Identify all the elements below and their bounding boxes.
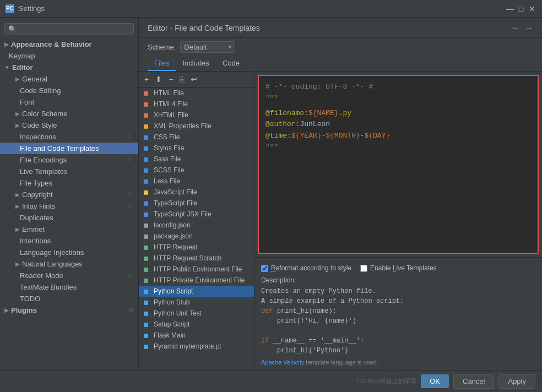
file-item-package-json[interactable]: ◼ package.json [139, 231, 254, 242]
file-item-python-unit-test[interactable]: ◼ Python Unit Test [139, 308, 254, 319]
file-item-stylus[interactable]: ◼ Stylus File [139, 143, 254, 154]
sidebar-item-editor[interactable]: ▼ Editor [0, 62, 138, 73]
sidebar-item-appearance[interactable]: ▶ Appearance & Behavior [0, 39, 138, 50]
copy-template-button[interactable]: ⬆ [153, 74, 164, 85]
sidebar-item-general[interactable]: ▶ General [0, 73, 138, 85]
desc-code-2: print(f'Hi, {name}') [261, 316, 535, 326]
sidebar-item-file-and-code-templates[interactable]: File and Code Templates [0, 143, 138, 154]
file-item-label: HTTP Public Environment File [154, 265, 242, 273]
scheme-select-wrapper: Default Project ▼ [180, 41, 235, 53]
close-button[interactable]: ✕ [528, 4, 536, 13]
sidebar-label-copyright: Copyright [22, 190, 53, 199]
back-arrow[interactable]: ← [511, 23, 520, 33]
sidebar-item-code-editing[interactable]: Code Editing [0, 85, 138, 96]
file-item-label: JavaScript File [154, 188, 197, 196]
settings-icon-reader: ⚙ [127, 273, 132, 279]
file-item-xml-properties[interactable]: ◼ XML Properties File [139, 121, 254, 132]
sidebar-item-file-encodings[interactable]: File Encodings ⚙ [0, 154, 138, 166]
sidebar-item-plugins[interactable]: ▶ Plugins ⚙ [0, 304, 138, 316]
file-item-typescript[interactable]: ◼ TypeScript File [139, 198, 254, 209]
sidebar-item-inlay-hints[interactable]: ▶ Inlay Hints ⚙ [0, 200, 138, 212]
apply-button[interactable]: Apply [498, 374, 535, 389]
code-line-6: """ [265, 142, 531, 154]
file-item-setup-script[interactable]: ◼ Setup Script [139, 319, 254, 330]
http-private-file-icon: ◼ [143, 276, 151, 284]
tab-code[interactable]: Code [216, 56, 246, 71]
duplicate-template-button[interactable]: ⎘ [177, 74, 186, 85]
sidebar-item-color-scheme[interactable]: ▶ Color Scheme [0, 108, 138, 119]
file-item-html4[interactable]: ◼ HTML4 File [139, 99, 254, 110]
sidebar-item-intentions[interactable]: Intentions [0, 235, 138, 247]
desc-code-1: def print_hi(name): [261, 306, 535, 316]
search-box[interactable]: 🔍 [4, 23, 134, 35]
file-item-scss[interactable]: ◼ SCSS File [139, 165, 254, 176]
ok-button[interactable]: OK [421, 374, 449, 388]
sidebar-item-file-types[interactable]: File Types [0, 177, 138, 189]
file-item-xhtml[interactable]: ◼ XHTML File [139, 110, 254, 121]
reformat-checkbox[interactable] [261, 265, 268, 272]
sidebar-item-todo[interactable]: TODO [0, 293, 138, 304]
sidebar-item-natural-languages[interactable]: ▶ Natural Languages [0, 258, 138, 270]
settings-icon-copyright: ⚙ [127, 192, 132, 198]
file-item-pyramid[interactable]: ◼ Pyramid mytemplate.pt [139, 341, 254, 352]
file-item-label: package.json [154, 232, 193, 240]
sidebar-label-color-scheme: Color Scheme [22, 110, 67, 118]
forward-arrow[interactable]: → [524, 23, 533, 33]
sidebar-item-emmet[interactable]: ▶ Emmet [0, 224, 138, 235]
sidebar-item-inspections[interactable]: Inspections ⚙ [0, 131, 138, 143]
live-templates-checkbox-label[interactable]: Enable Live Templates [360, 264, 437, 272]
chevron-right-icon: ▶ [4, 41, 9, 47]
remove-template-button[interactable]: − [166, 74, 175, 85]
tab-includes[interactable]: Includes [176, 56, 215, 71]
cancel-button[interactable]: Cancel [453, 374, 494, 389]
file-item-label: TypeScript File [154, 199, 197, 207]
live-templates-checkbox[interactable] [360, 265, 367, 272]
file-item-http-request-scratch[interactable]: ◼ HTTP Request Scratch [139, 253, 254, 264]
file-item-css[interactable]: ◼ CSS File [139, 132, 254, 143]
sidebar-label-emmet: Emmet [22, 225, 45, 233]
file-item-python-stub[interactable]: ◼ Python Stub [139, 297, 254, 308]
file-item-html[interactable]: ◼ HTML File [139, 88, 254, 99]
sidebar-item-copyright[interactable]: ▶ Copyright ⚙ [0, 189, 138, 200]
file-item-label: Sass File [154, 155, 181, 163]
file-item-less[interactable]: ◼ Less File [139, 176, 254, 187]
desc-line-1: Creates an empty Python file. [261, 286, 535, 296]
tab-files[interactable]: Files [148, 56, 176, 71]
file-item-typescript-jsx[interactable]: ◼ TypeScript JSX File [139, 209, 254, 220]
file-item-javascript[interactable]: ◼ JavaScript File [139, 187, 254, 198]
file-item-flask-main[interactable]: ◼ Flask Main [139, 330, 254, 341]
sidebar-item-textmate-bundles[interactable]: TextMate Bundles [0, 281, 138, 293]
maximize-button[interactable]: □ [517, 4, 525, 13]
sidebar-label-todo: TODO [20, 295, 40, 303]
sidebar-item-code-style[interactable]: ▶ Code Style [0, 119, 138, 131]
package-json-file-icon: ◼ [143, 232, 151, 240]
add-template-button[interactable]: + [142, 74, 151, 85]
minimize-button[interactable]: — [506, 4, 514, 13]
file-item-tsconfig[interactable]: ◼ tsconfig.json [139, 220, 254, 231]
file-item-http-request[interactable]: ◼ HTTP Request [139, 242, 254, 253]
sidebar-label-editor: Editor [12, 63, 33, 72]
scheme-select[interactable]: Default Project [180, 41, 235, 53]
file-item-http-public-env[interactable]: ◼ HTTP Public Environment File [139, 264, 254, 275]
search-input[interactable] [19, 25, 130, 33]
file-item-http-private-env[interactable]: ◼ HTTP Private Environment File [139, 275, 254, 286]
reformat-checkbox-label[interactable]: Reformat according to style [261, 264, 351, 272]
settings-icon-plugins: ⚙ [129, 307, 134, 313]
sidebar-item-font[interactable]: Font [0, 96, 138, 108]
sidebar-item-duplicates[interactable]: Duplicates [0, 212, 138, 224]
scss-file-icon: ◼ [143, 166, 151, 174]
sidebar-label-intentions: Intentions [20, 237, 51, 245]
file-item-python-script[interactable]: ◼ Python Script [139, 286, 254, 297]
sidebar-item-live-templates[interactable]: Live Templates [0, 166, 138, 177]
scheme-row: Scheme: Default Project ▼ [139, 38, 542, 56]
code-editor[interactable]: # -*- coding: UTF-8 -*- # """ @filename:… [258, 75, 539, 254]
sidebar-item-reader-mode[interactable]: Reader Mode ⚙ [0, 270, 138, 281]
velocity-link[interactable]: Apache Velocity [261, 359, 304, 366]
sidebar-item-keymap[interactable]: Keymap [0, 50, 138, 62]
pyramid-icon: ◼ [143, 342, 151, 350]
reset-template-button[interactable]: ↩ [188, 74, 199, 85]
velocity-notice: Apache Velocity template language is use… [261, 359, 535, 366]
sidebar-label-code-editing: Code Editing [20, 86, 61, 95]
sidebar-item-language-injections[interactable]: Language Injections [0, 247, 138, 258]
file-item-sass[interactable]: ◼ Sass File [139, 154, 254, 165]
